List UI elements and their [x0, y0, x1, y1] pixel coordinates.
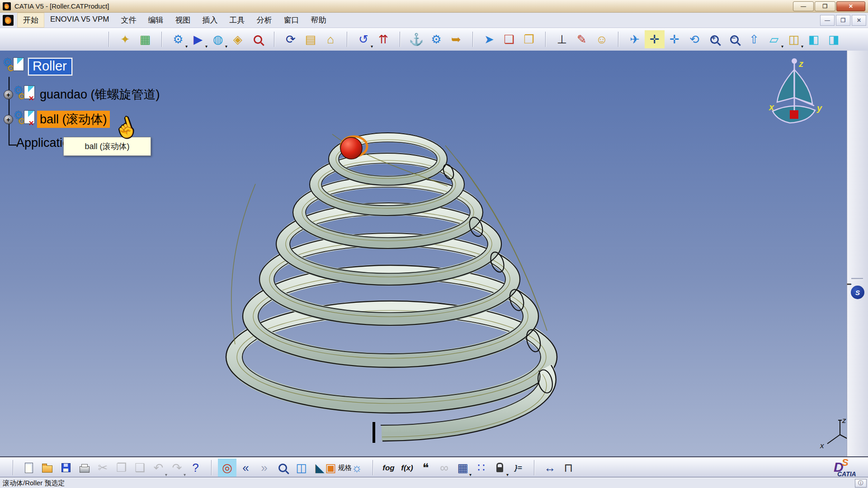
minimize-button[interactable]: —	[793, 1, 814, 11]
update-gear-icon[interactable]: ↺▾	[354, 30, 373, 48]
snap-arrow-icon[interactable]: ➥	[446, 30, 466, 48]
dropdown-arrow[interactable]: ▾	[184, 472, 186, 477]
split-view-icon[interactable]: ◧	[804, 30, 824, 48]
mdi-restore-button[interactable]: ❐	[836, 15, 850, 26]
spiral-cone-model[interactable]	[0, 51, 868, 456]
maximize-button[interactable]: ❐	[815, 1, 835, 11]
viewport-3d[interactable]: z x y z x y ▸▸▸ S ⚙ ⚙ Roller + ⚙ ⚙	[0, 51, 868, 456]
tree-label-roller[interactable]: Roller	[28, 58, 72, 75]
specs-overview-icon[interactable]: ▣规格	[329, 459, 348, 477]
lock-icon[interactable]: ▾	[491, 459, 509, 477]
product-structure-icon[interactable]: ▤	[301, 30, 321, 48]
menu-start[interactable]: 开始	[17, 13, 44, 28]
tree-node-ball[interactable]: + ⚙ ⚙ ✕ ball (滚动体)	[4, 110, 110, 129]
copy-icon[interactable]: ❐	[112, 459, 131, 477]
mdi-close-button[interactable]: ✕	[852, 15, 866, 26]
dropdown-arrow[interactable]: ▾	[185, 44, 188, 49]
smart-gears-icon[interactable]: ⚙	[426, 30, 446, 48]
paste-icon[interactable]: ❑	[131, 459, 149, 477]
design-table-icon[interactable]: ▦▾	[453, 459, 472, 477]
close-button[interactable]: ✕	[836, 1, 865, 11]
axis-system-icon[interactable]: ⊥	[552, 30, 572, 48]
zoom-in-icon[interactable]	[704, 30, 724, 48]
menu-view[interactable]: 视图	[169, 13, 196, 28]
workbench-disc-icon[interactable]: S	[851, 286, 864, 299]
dropdown-arrow[interactable]: ▾	[781, 44, 783, 49]
menu-enovia[interactable]: ENOVIA V5 VPM	[44, 13, 115, 28]
caliper-icon[interactable]: ⊓	[559, 459, 578, 477]
go-last-icon[interactable]: »	[255, 459, 274, 477]
menu-file[interactable]: 文件	[115, 13, 142, 28]
review-person-icon[interactable]: ☺	[592, 30, 612, 48]
shading-globe-icon[interactable]: ◍▾	[208, 30, 228, 48]
go-first-icon[interactable]: «	[236, 459, 255, 477]
expander-ball[interactable]: +	[4, 115, 13, 124]
anchor-icon[interactable]: ⚓	[406, 30, 426, 48]
dropdown-arrow[interactable]: ▾	[165, 472, 167, 477]
cut-icon[interactable]: ✂	[94, 459, 112, 477]
measure-icon[interactable]: ↔	[541, 459, 559, 477]
relations-icon[interactable]: ∷	[472, 459, 491, 477]
dropdown-arrow[interactable]: ▾	[469, 472, 472, 477]
fly-mode-icon[interactable]: ✈	[625, 30, 645, 48]
refresh-icon[interactable]: ⟳	[281, 30, 301, 48]
open-icon[interactable]	[38, 459, 57, 477]
swap-space-icon[interactable]: ◫	[292, 459, 311, 477]
formula-icon[interactable]: f(x)	[398, 459, 416, 477]
paste-red-icon[interactable]: ❏	[499, 30, 519, 48]
new-document-icon[interactable]	[19, 459, 38, 477]
print-icon[interactable]	[75, 459, 94, 477]
light-icon[interactable]: ☼	[348, 459, 366, 477]
menu-insert[interactable]: 插入	[196, 13, 223, 28]
menu-analyze[interactable]: 分析	[250, 13, 278, 28]
single-view-icon[interactable]: ◨	[824, 30, 844, 48]
normal-view-icon[interactable]: ⇧	[744, 30, 764, 48]
simulation-player-icon[interactable]: ▶▾	[188, 30, 208, 48]
home-gear-icon[interactable]: ⌂	[321, 30, 340, 48]
iso-view-icon[interactable]: ▱▾	[764, 30, 784, 48]
tree-node-roller[interactable]: ⚙ ⚙ Roller	[4, 57, 72, 76]
save-icon[interactable]	[57, 459, 75, 477]
rotate-icon[interactable]: ⟲	[684, 30, 704, 48]
undo-icon[interactable]: ↶▾	[149, 459, 168, 477]
redo-icon[interactable]: ↷▾	[168, 459, 186, 477]
gear-select-icon[interactable]: ➤	[479, 30, 499, 48]
dropdown-arrow[interactable]: ▾	[371, 44, 373, 49]
link-icon[interactable]: ∞	[435, 459, 453, 477]
dropdown-arrow[interactable]: ▾	[801, 44, 803, 49]
color-modes-icon[interactable]: ▦	[135, 30, 155, 48]
tree-label-guandao[interactable]: guandao (锥螺旋管道)	[37, 86, 163, 103]
materials-book-icon[interactable]: ◈	[228, 30, 248, 48]
tree-label-ball[interactable]: ball (滚动体)	[37, 111, 110, 128]
upgrade-arrows-icon[interactable]: ⇈	[373, 30, 393, 48]
menu-window[interactable]: 窗口	[278, 13, 305, 28]
status-info-icon[interactable]: ⓘ	[855, 479, 867, 488]
menu-edit[interactable]: 编辑	[142, 13, 169, 28]
tree-node-guandao[interactable]: + ⚙ ⚙ ✕ guandao (锥螺旋管道)	[4, 85, 163, 104]
right-toolbar-strip[interactable]: ▸▸▸ S	[847, 51, 868, 456]
pan-icon[interactable]: ✛	[665, 30, 684, 48]
expander-guandao[interactable]: +	[4, 90, 13, 99]
menu-tools[interactable]: 工具	[223, 13, 250, 28]
dropdown-arrow[interactable]: ▾	[205, 44, 208, 49]
catalog-gear-icon[interactable]: ⚙▾	[168, 30, 188, 48]
annotation-icon[interactable]: ❝	[416, 459, 435, 477]
menu-help[interactable]: 帮助	[305, 13, 332, 28]
dropdown-arrow[interactable]: ▾	[506, 472, 509, 477]
render-quality-icon[interactable]: ✦	[115, 30, 135, 48]
analysis-search-icon[interactable]	[248, 30, 268, 48]
context-help-icon[interactable]: ?	[186, 459, 205, 477]
toolbar-drag-handle[interactable]	[851, 278, 863, 279]
sketch-person-icon[interactable]: ✎	[572, 30, 592, 48]
render-style-icon[interactable]: ◫▾	[784, 30, 804, 48]
clipboard-gold-icon[interactable]: ❐	[519, 30, 539, 48]
view-compass[interactable]: z x y	[766, 54, 825, 127]
fog-depth-icon[interactable]: fog	[379, 459, 398, 477]
mdi-minimize-button[interactable]: —	[820, 15, 835, 26]
zoom-box-icon[interactable]	[274, 459, 292, 477]
constraints-icon[interactable]: }=	[509, 459, 528, 477]
center-graph-icon[interactable]: ◎	[218, 459, 236, 477]
zoom-out-icon[interactable]	[724, 30, 744, 48]
fit-all-icon[interactable]: ✛	[645, 30, 665, 48]
dropdown-arrow[interactable]: ▾	[225, 44, 227, 49]
